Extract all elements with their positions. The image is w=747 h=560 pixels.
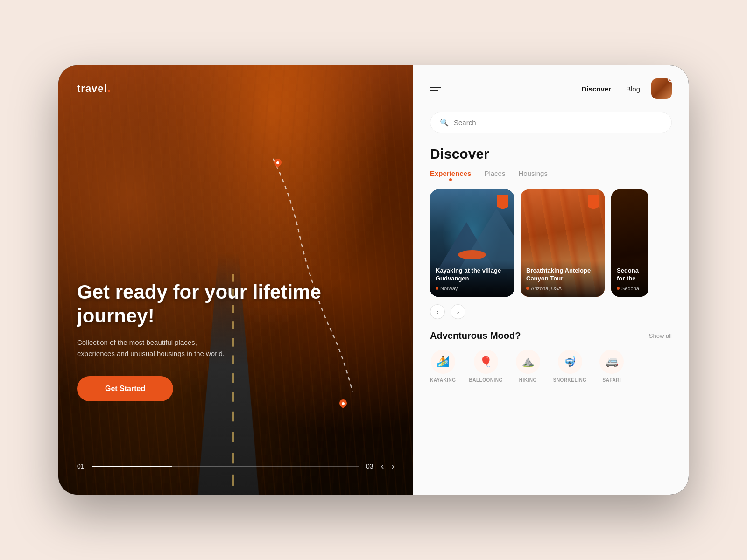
experience-cards: Kayaking at the village Gudvangen Norway… [430, 189, 672, 297]
mood-ballooning[interactable]: 🎈 BALLOONING [469, 350, 503, 383]
card-footer-1: Kayaking at the village Gudvangen Norway [430, 260, 514, 297]
card-bookmark-2[interactable] [588, 195, 599, 209]
top-nav: Discover Blog [430, 78, 672, 99]
mood-icon-hiking: ⛰️ [516, 350, 540, 374]
discover-section: Discover Experiences Places Housings K [430, 146, 672, 330]
brand-dot: . [107, 80, 112, 95]
card-title-2: Breathtaking Antelope Canyon Tour [526, 267, 599, 283]
carousel-next-button[interactable]: › [451, 304, 465, 319]
card-location-text-2: Arizona, USA [531, 286, 562, 291]
mood-snorkeling[interactable]: 🤿 SNORKELING [553, 350, 587, 383]
user-avatar[interactable] [651, 78, 672, 99]
card-antelope[interactable]: Breathtaking Antelope Canyon Tour Arizon… [521, 189, 605, 297]
card-footer-3: Sedona for the Sedona [611, 260, 648, 297]
card-footer-2: Breathtaking Antelope Canyon Tour Arizon… [521, 260, 605, 297]
nav-discover[interactable]: Discover [582, 85, 611, 93]
left-panel: travel. Get ready for your lifetime jour… [58, 65, 413, 495]
nav-links: Discover Blog [582, 85, 640, 93]
mood-header: Adventurous Mood? Show all [430, 330, 672, 341]
mood-icon-snorkeling: 🤿 [558, 350, 582, 374]
tab-experiences[interactable]: Experiences [430, 169, 471, 180]
search-bar[interactable]: 🔍 [430, 112, 672, 133]
mood-icon-kayaking: 🏄 [431, 350, 455, 374]
slide-total: 03 [366, 462, 374, 470]
card-location-1: Norway [436, 286, 508, 291]
hero-title: Get ready for your lifetime journey! [77, 280, 376, 328]
avatar-notification-dot [668, 78, 672, 82]
brand-name: travel [77, 83, 107, 94]
card-title-3: Sedona for the [617, 267, 643, 283]
location-dot-3 [617, 287, 620, 290]
slide-progress-bar [92, 466, 359, 467]
card-title-1: Kayaking at the village Gudvangen [436, 267, 508, 283]
show-all-button[interactable]: Show all [649, 332, 672, 339]
map-pin-top [273, 159, 282, 170]
discover-tabs: Experiences Places Housings [430, 169, 672, 180]
mood-label-kayaking: KAYAKING [430, 378, 456, 383]
mood-icon-ballooning: 🎈 [474, 350, 498, 374]
mood-kayaking[interactable]: 🏄 KAYAKING [430, 350, 456, 383]
location-dot-2 [526, 287, 529, 290]
carousel-prev-button[interactable]: ‹ [430, 304, 445, 319]
card-location-3: Sedona [617, 286, 643, 291]
nav-blog[interactable]: Blog [626, 85, 640, 93]
right-panel: Discover Blog 🔍 Discover Experiences Pla… [413, 65, 689, 495]
mood-icons-list: 🏄 KAYAKING 🎈 BALLOONING ⛰️ HIKING 🤿 SNOR… [430, 350, 672, 383]
get-started-button[interactable]: Get Started [77, 376, 173, 401]
device-frame: travel. Get ready for your lifetime jour… [58, 65, 689, 495]
mood-label-snorkeling: SNORKELING [553, 378, 587, 383]
card-location-2: Arizona, USA [526, 286, 599, 291]
card-location-text-1: Norway [440, 286, 458, 291]
mood-title: Adventurous Mood? [430, 330, 521, 341]
mood-icon-safari: 🚐 [599, 350, 624, 374]
card-sedona[interactable]: Sedona for the Sedona [611, 189, 648, 297]
slide-controls: ‹ › [381, 461, 395, 471]
mood-safari[interactable]: 🚐 SAFARI [599, 350, 624, 383]
hamburger-menu[interactable] [430, 87, 441, 91]
hamburger-line-1 [430, 87, 441, 88]
slide-next-button[interactable]: › [391, 461, 395, 471]
carousel-controls: ‹ › [430, 304, 672, 319]
mood-label-ballooning: BALLOONING [469, 378, 503, 383]
location-dot-1 [436, 287, 438, 290]
slide-current: 01 [77, 462, 85, 470]
search-input[interactable] [454, 119, 662, 126]
tab-housings[interactable]: Housings [518, 169, 548, 180]
kayak-shape [458, 250, 486, 259]
card-location-text-3: Sedona [621, 286, 639, 291]
card-bookmark-1[interactable] [497, 195, 508, 209]
hero-subtitle: Collection of the most beautiful places,… [77, 337, 226, 359]
mood-hiking[interactable]: ⛰️ HIKING [516, 350, 540, 383]
mood-label-hiking: HIKING [519, 378, 537, 383]
slide-prev-button[interactable]: ‹ [381, 461, 384, 471]
mood-label-safari: SAFARI [603, 378, 621, 383]
mood-section: Adventurous Mood? Show all 🏄 KAYAKING 🎈 … [430, 330, 672, 383]
slideshow-indicator: 01 03 ‹ › [77, 461, 395, 471]
search-icon: 🔍 [440, 118, 449, 127]
card-kayaking[interactable]: Kayaking at the village Gudvangen Norway [430, 189, 514, 297]
discover-title: Discover [430, 146, 672, 162]
hamburger-line-2 [430, 90, 438, 91]
brand-logo: travel. [77, 80, 112, 95]
hero-content: Get ready for your lifetime journey! Col… [77, 280, 376, 401]
tab-places[interactable]: Places [484, 169, 505, 180]
